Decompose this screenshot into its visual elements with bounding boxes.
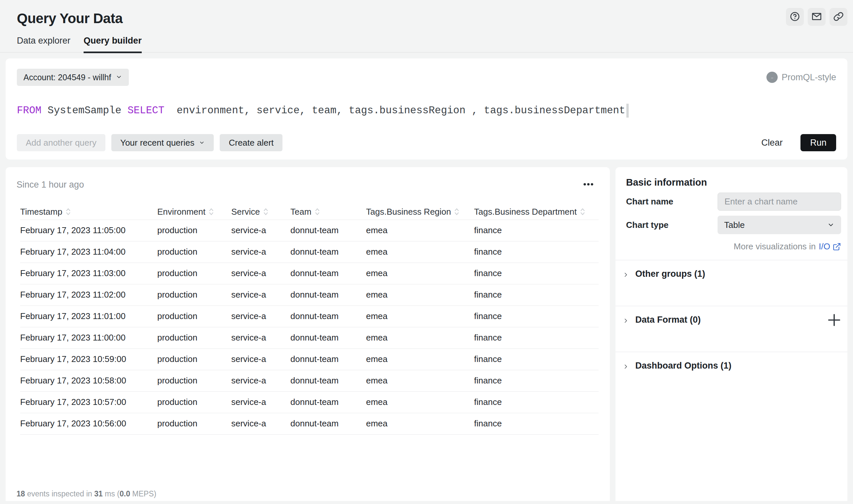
table-cell: production: [157, 391, 231, 413]
section-label: Other groups (1): [635, 269, 705, 279]
tab-bar: Data explorer Query builder: [17, 36, 853, 52]
chart-settings-panel: Basic information Chart name Chart type …: [616, 167, 847, 501]
text-caret: [626, 104, 629, 118]
table-cell: emea: [366, 370, 474, 391]
section-label: Data Format (0): [635, 315, 701, 325]
table-cell: production: [157, 220, 231, 241]
meps-value: 0.0: [120, 489, 130, 498]
tab-data-explorer[interactable]: Data explorer: [17, 36, 70, 52]
table-cell: donnut-team: [290, 220, 366, 241]
table-cell: finance: [474, 413, 599, 434]
table-cell: February 17, 2023 11:05:00: [20, 220, 157, 241]
table-cell: finance: [474, 327, 599, 348]
table-cell: emea: [366, 241, 474, 263]
page: Query Your Data: [0, 0, 853, 501]
clear-button[interactable]: Clear: [757, 138, 787, 148]
table-cell: service-a: [231, 284, 290, 306]
table-cell: donnut-team: [290, 413, 366, 434]
table-row[interactable]: February 17, 2023 10:58:00productionserv…: [20, 370, 599, 391]
table-cell: production: [157, 370, 231, 391]
chevron-right-icon: [623, 317, 629, 326]
table-row[interactable]: February 17, 2023 10:57:00productionserv…: [20, 391, 599, 413]
external-link-icon: [833, 242, 841, 251]
promql-style-toggle[interactable]: PromQL-style: [766, 72, 836, 83]
chart-type-value: Table: [724, 220, 745, 230]
recent-queries-button[interactable]: Your recent queries: [111, 134, 214, 151]
table-row[interactable]: February 17, 2023 11:00:00productionserv…: [20, 327, 599, 348]
query-duration: 31: [94, 489, 103, 498]
table-cell: finance: [474, 220, 599, 241]
header-actions: [786, 8, 847, 26]
link-button[interactable]: [830, 8, 847, 26]
results-table-body: February 17, 2023 11:05:00productionserv…: [20, 220, 599, 434]
table-cell: production: [157, 348, 231, 370]
table-cell: finance: [474, 241, 599, 263]
table-cell: service-a: [231, 263, 290, 284]
table-row[interactable]: February 17, 2023 11:03:00productionserv…: [20, 263, 599, 284]
inspector-sections: Other groups (1) Data Format (0): [616, 260, 847, 398]
prometheus-icon: [766, 72, 778, 83]
column-header-environment[interactable]: Environment: [157, 204, 231, 220]
help-button[interactable]: [786, 8, 804, 26]
table-cell: donnut-team: [290, 306, 366, 327]
io-link[interactable]: I/O: [819, 241, 841, 252]
account-selector[interactable]: Account: 204549 - willhf: [17, 69, 129, 86]
add-data-format-button[interactable]: [827, 313, 841, 328]
account-selector-label: Account: 204549 - willhf: [23, 73, 111, 82]
table-cell: donnut-team: [290, 241, 366, 263]
query-keyword: SELECT: [127, 105, 164, 116]
table-cell: finance: [474, 391, 599, 413]
table-cell: February 17, 2023 10:58:00: [20, 370, 157, 391]
basic-information-heading: Basic information: [626, 177, 847, 188]
ellipsis-menu-button[interactable]: [583, 182, 594, 187]
table-row[interactable]: February 17, 2023 11:04:00productionserv…: [20, 241, 599, 263]
table-cell: finance: [474, 370, 599, 391]
chevron-down-icon: [827, 221, 835, 229]
chart-type-label: Chart type: [626, 220, 717, 230]
table-cell: production: [157, 306, 231, 327]
chart-type-select[interactable]: Table: [717, 216, 841, 234]
run-button[interactable]: Run: [800, 134, 836, 151]
column-header-team[interactable]: Team: [290, 204, 366, 220]
table-cell: finance: [474, 348, 599, 370]
help-icon: [789, 11, 800, 23]
table-cell: emea: [366, 348, 474, 370]
table-cell: production: [157, 241, 231, 263]
table-cell: production: [157, 263, 231, 284]
query-editor[interactable]: FROM SystemSample SELECT environment, se…: [17, 104, 836, 118]
section-dashboard-options[interactable]: Dashboard Options (1): [616, 352, 847, 398]
table-cell: February 17, 2023 11:04:00: [20, 241, 157, 263]
column-header-timestamp[interactable]: Timestamp: [20, 204, 157, 220]
table-row[interactable]: February 17, 2023 11:05:00productionserv…: [20, 220, 599, 241]
table-row[interactable]: February 17, 2023 10:59:00productionserv…: [20, 348, 599, 370]
ellipsis-icon: [583, 182, 594, 187]
table-cell: February 17, 2023 10:56:00: [20, 413, 157, 434]
table-cell: February 17, 2023 11:01:00: [20, 306, 157, 327]
add-another-query-button[interactable]: Add another query: [17, 134, 105, 151]
mail-button[interactable]: [808, 8, 825, 26]
sort-icon: [580, 208, 585, 216]
table-row[interactable]: February 17, 2023 10:56:00productionserv…: [20, 413, 599, 434]
chart-name-input[interactable]: [717, 193, 841, 211]
column-header-tags-business-department[interactable]: Tags.Business Department: [474, 204, 599, 220]
table-cell: February 17, 2023 11:03:00: [20, 263, 157, 284]
section-other-groups[interactable]: Other groups (1): [616, 260, 847, 306]
query-builder-card: Account: 204549 - willhf PromQL-style FR…: [6, 58, 847, 160]
table-cell: donnut-team: [290, 327, 366, 348]
table-row[interactable]: February 17, 2023 11:01:00productionserv…: [20, 306, 599, 327]
column-header-tags-business-region[interactable]: Tags.Business Region: [366, 204, 474, 220]
section-data-format[interactable]: Data Format (0): [616, 306, 847, 352]
sort-icon: [315, 208, 320, 216]
query-text: SystemSample: [41, 105, 127, 116]
promql-label: PromQL-style: [782, 72, 836, 83]
results-table-head-row: TimestampEnvironmentServiceTeamTags.Busi…: [20, 204, 599, 220]
table-cell: finance: [474, 306, 599, 327]
plus-icon: [827, 323, 841, 328]
table-row[interactable]: February 17, 2023 11:02:00productionserv…: [20, 284, 599, 306]
table-cell: donnut-team: [290, 370, 366, 391]
create-alert-button[interactable]: Create alert: [220, 134, 282, 151]
column-header-service[interactable]: Service: [231, 204, 290, 220]
table-cell: emea: [366, 306, 474, 327]
tab-query-builder[interactable]: Query builder: [84, 36, 142, 53]
table-cell: February 17, 2023 10:59:00: [20, 348, 157, 370]
